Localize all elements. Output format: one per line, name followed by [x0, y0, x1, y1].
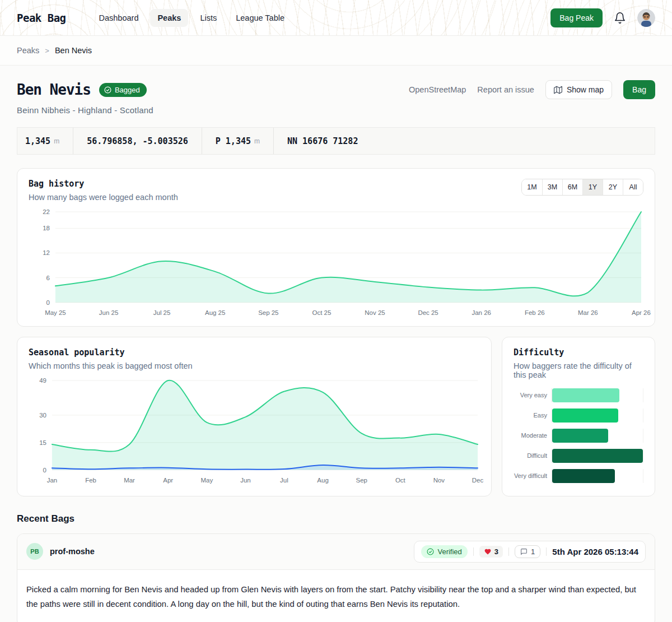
stats-strip: 1,345 m 56.796858, -5.003526 P 1,345 m N…	[17, 127, 655, 155]
seasonal-title: Seasonal popularity	[29, 347, 480, 358]
bagged-badge-label: Bagged	[115, 86, 140, 94]
notifications-bell-icon[interactable]	[614, 12, 626, 24]
likes-chip[interactable]: 3	[479, 546, 503, 558]
show-map-button[interactable]: Show map	[545, 80, 612, 99]
svg-text:Jan 26: Jan 26	[472, 309, 491, 316]
svg-text:Oct 25: Oct 25	[312, 309, 332, 316]
comment-bubble-icon	[520, 548, 528, 555]
range-2y-button[interactable]: 2Y	[603, 179, 623, 195]
breadcrumb-current: Ben Nevis	[55, 46, 92, 55]
svg-text:Feb 26: Feb 26	[525, 309, 545, 316]
svg-text:Dec: Dec	[472, 476, 484, 483]
difficulty-bar	[552, 449, 643, 463]
main-nav: Dashboard Peaks Lists League Table	[92, 9, 292, 27]
nav-dashboard[interactable]: Dashboard	[92, 9, 146, 27]
bag-report: Picked a calm morning for Ben Nevis and …	[17, 570, 655, 622]
show-map-label: Show map	[567, 85, 604, 94]
stat-prominence: P 1,345 m	[202, 128, 274, 154]
openstreetmap-link[interactable]: OpenStreetMap	[409, 85, 466, 94]
svg-text:Dec 25: Dec 25	[418, 309, 438, 316]
verified-badge: Verified	[421, 545, 467, 558]
bag-history-subtitle: How many bags were logged each month	[29, 193, 178, 202]
nav-lists[interactable]: Lists	[193, 9, 224, 27]
range-selector: 1M 3M 6M 1Y 2Y All	[521, 179, 643, 196]
difficulty-track	[552, 409, 643, 423]
svg-text:Feb: Feb	[85, 476, 96, 483]
range-1m-button[interactable]: 1M	[522, 179, 542, 195]
report-issue-link[interactable]: Report an issue	[477, 85, 534, 94]
meta-divider	[546, 547, 547, 556]
range-3m-button[interactable]: 3M	[542, 179, 562, 195]
user-avatar[interactable]	[637, 9, 655, 27]
svg-text:May: May	[200, 476, 213, 483]
bagger-username[interactable]: prof-moshe	[50, 547, 95, 556]
difficulty-bar	[552, 429, 608, 443]
meta-divider	[473, 547, 474, 556]
svg-text:Sep 25: Sep 25	[258, 309, 278, 316]
difficulty-row: Moderate	[514, 429, 643, 443]
svg-text:Nov: Nov	[433, 476, 445, 483]
recent-bag-card: PB prof-moshe Verified 3 1 5th Apr	[17, 533, 655, 622]
difficulty-bar	[552, 388, 619, 402]
breadcrumb: Peaks > Ben Nevis	[0, 36, 672, 66]
svg-text:30: 30	[39, 411, 46, 418]
seasonal-popularity-card: Seasonal popularity Which months this pe…	[17, 337, 492, 496]
svg-text:0: 0	[43, 466, 46, 473]
peak-subtitle: Beinn Nibheis - Highland - Scotland	[17, 105, 655, 115]
comments-chip[interactable]: 1	[515, 545, 540, 558]
difficulty-bar	[552, 409, 618, 423]
difficulty-label: Easy	[514, 412, 552, 419]
bagger-avatar[interactable]: PB	[26, 543, 43, 560]
difficulty-bars: Very easyEasyModerateDifficultVery diffi…	[514, 388, 643, 483]
title-row: Ben Nevis Bagged OpenStreetMap Report an…	[17, 80, 655, 99]
breadcrumb-separator: >	[45, 47, 49, 55]
svg-text:Mar 26: Mar 26	[578, 309, 598, 316]
svg-text:22: 22	[43, 208, 50, 215]
top-nav: Peak Bag Dashboard Peaks Lists League Ta…	[0, 0, 672, 36]
nav-league-table[interactable]: League Table	[228, 9, 292, 27]
difficulty-card: Difficulty How baggers rate the difficul…	[502, 337, 655, 496]
svg-text:Jul 25: Jul 25	[153, 309, 171, 316]
range-1y-button[interactable]: 1Y	[582, 179, 603, 195]
difficulty-track	[552, 469, 643, 483]
nav-peaks[interactable]: Peaks	[150, 9, 188, 27]
difficulty-label: Very difficult	[514, 472, 552, 479]
difficulty-row: Very difficult	[514, 469, 643, 483]
bagged-badge: Bagged	[99, 83, 147, 97]
range-all-button[interactable]: All	[623, 179, 643, 195]
range-6m-button[interactable]: 6M	[562, 179, 582, 195]
difficulty-track	[552, 449, 643, 463]
svg-text:49: 49	[39, 377, 46, 384]
seasonal-popularity-chart: 0153049JanFebMarAprMayJunJulAugSepOctNov…	[29, 376, 480, 488]
svg-text:Sep: Sep	[356, 476, 367, 483]
difficulty-title: Difficulty	[514, 347, 643, 358]
check-circle-icon	[104, 86, 111, 94]
svg-text:15: 15	[39, 439, 46, 445]
difficulty-label: Difficult	[514, 452, 552, 459]
difficulty-label: Moderate	[514, 432, 552, 439]
svg-text:Jun: Jun	[240, 476, 250, 483]
bag-meta: Verified 3 1 5th Apr 2026 05:13:44	[414, 541, 646, 563]
bag-timestamp: 5th Apr 2026 05:13:44	[552, 547, 638, 556]
svg-text:Apr: Apr	[163, 476, 173, 483]
bag-button[interactable]: Bag	[623, 80, 655, 99]
seasonal-subtitle: Which months this peak is bagged most of…	[29, 361, 480, 370]
svg-text:Nov 25: Nov 25	[365, 309, 385, 316]
breadcrumb-peaks-link[interactable]: Peaks	[17, 46, 39, 55]
svg-text:Mar: Mar	[124, 476, 135, 483]
difficulty-subtitle: How baggers rate the difficulty of this …	[514, 361, 643, 379]
comments-count: 1	[531, 547, 535, 556]
svg-text:0: 0	[46, 299, 50, 306]
difficulty-row: Easy	[514, 409, 643, 423]
bag-history-chart: 06121822May 25Jun 25Jul 25Aug 25Sep 25Oc…	[29, 207, 643, 319]
heart-icon	[484, 548, 492, 555]
meta-divider	[508, 547, 509, 556]
recent-bags-heading: Recent Bags	[17, 513, 655, 524]
svg-text:Jun 25: Jun 25	[99, 309, 118, 316]
bag-peak-button[interactable]: Bag Peak	[550, 8, 603, 27]
difficulty-row: Very easy	[514, 388, 643, 402]
app-logo[interactable]: Peak Bag	[17, 12, 66, 24]
difficulty-track	[552, 429, 643, 443]
svg-text:Aug: Aug	[317, 476, 328, 483]
bag-history-title: Bag history	[29, 179, 178, 189]
